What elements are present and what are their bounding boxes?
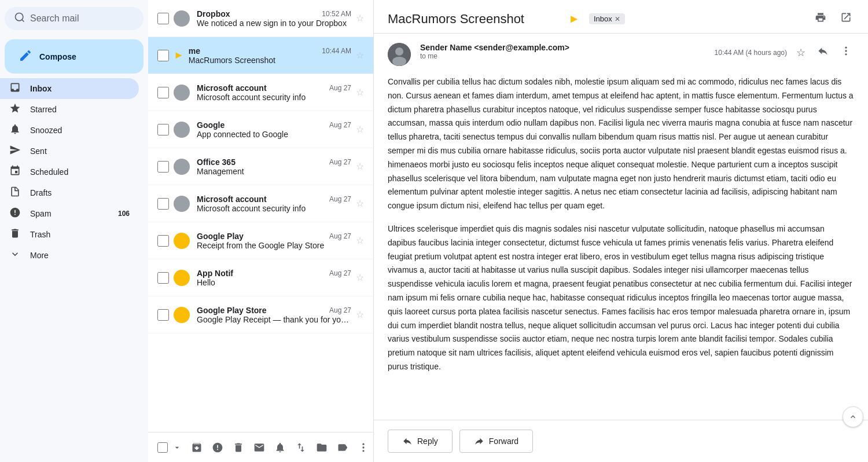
email-checkbox-ms1[interactable]: [157, 87, 169, 98]
list-toolbar: 1–100 of 21,565: [148, 432, 373, 462]
more-actions-btn[interactable]: [292, 438, 310, 457]
star-dropbox[interactable]: ☆: [356, 13, 364, 24]
compose-button[interactable]: Compose: [5, 39, 144, 74]
star-gp[interactable]: ☆: [356, 235, 364, 246]
svg-line-1: [22, 20, 24, 22]
label-btn[interactable]: [333, 438, 352, 457]
star-gp2[interactable]: ☆: [356, 309, 364, 320]
reading-pane-content[interactable]: Sender Name <sender@example.com> to me 1…: [374, 34, 868, 462]
email-content-g1: Google Aug 27 App connected to Google: [197, 120, 351, 139]
scroll-to-top-button[interactable]: [843, 406, 863, 427]
email-checkbox-ms2[interactable]: [157, 198, 169, 210]
email-item-macrumors[interactable]: ► me 10:44 AM MacRumors Screenshot ☆: [148, 37, 373, 74]
email-sender-app: App Notif: [197, 269, 233, 278]
sidebar-item-more[interactable]: More: [0, 245, 139, 266]
email-checkbox-app[interactable]: [157, 272, 169, 284]
sidebar-item-snoozed[interactable]: Snoozed: [0, 120, 139, 141]
select-all-checkbox[interactable]: [157, 442, 168, 453]
email-checkbox-office[interactable]: [157, 161, 169, 173]
sent-icon: [9, 144, 21, 159]
email-content-gp: Google Play Aug 27 Receipt from the Goog…: [197, 232, 351, 250]
open-in-new-btn[interactable]: [838, 9, 854, 28]
delete-btn[interactable]: [229, 438, 248, 457]
email-time-g1: Aug 27: [329, 121, 351, 129]
sidebar-item-sent[interactable]: Sent: [0, 141, 139, 162]
email-item-office[interactable]: Office 365 Aug 27 Management ☆: [148, 148, 373, 185]
print-btn[interactable]: [812, 9, 829, 28]
sidebar-item-trash[interactable]: Trash: [0, 224, 139, 245]
more-chevron-icon: [9, 248, 21, 263]
email-checkbox-gp[interactable]: [157, 235, 169, 247]
email-item-google-play2[interactable]: Google Play Store Aug 27 Google Play Rec…: [148, 296, 373, 333]
tag-arrow-reading: ►: [568, 12, 580, 25]
snooze-btn[interactable]: [271, 438, 289, 457]
email-item-dropbox[interactable]: Dropbox 10:52 AM We noticed a new sign i…: [148, 0, 373, 37]
inbox-badge: Inbox ✕: [589, 13, 625, 24]
select-dropdown-btn[interactable]: [169, 439, 185, 456]
email-item-google1[interactable]: Google Aug 27 App connected to Google ☆: [148, 111, 373, 148]
more-options-btn[interactable]: [354, 438, 373, 457]
email-sender-dropbox: Dropbox: [197, 9, 230, 19]
email-item-app[interactable]: App Notif Aug 27 Hello ☆: [148, 259, 373, 296]
star-ms1[interactable]: ☆: [356, 87, 364, 98]
sender-info: Sender Name <sender@example.com> to me: [420, 43, 705, 60]
email-time-macrumors: 10:44 AM: [322, 47, 351, 55]
star-macrumors[interactable]: ☆: [356, 50, 364, 61]
trash-icon: [9, 228, 21, 242]
svg-point-4: [362, 450, 364, 452]
email-subject-macrumors: MacRumors Screenshot: [189, 56, 351, 65]
email-list: Dropbox 10:52 AM We noticed a new sign i…: [148, 0, 374, 462]
star-app[interactable]: ☆: [356, 272, 364, 283]
spam-badge: 106: [118, 210, 130, 218]
star-ms2[interactable]: ☆: [356, 198, 364, 209]
sidebar-item-scheduled[interactable]: Scheduled: [0, 162, 139, 182]
star-office[interactable]: ☆: [356, 161, 364, 172]
archive-btn[interactable]: [187, 438, 206, 457]
reading-header-actions: [812, 9, 854, 28]
email-time-office: Aug 27: [329, 158, 351, 166]
email-item-microsoft2[interactable]: Microsoft account Aug 27 Microsoft accou…: [148, 185, 373, 222]
email-item-microsoft1[interactable]: Microsoft account Aug 27 Microsoft accou…: [148, 74, 373, 111]
svg-point-9: [845, 50, 847, 52]
reply-message-icon[interactable]: [815, 43, 831, 62]
search-bar[interactable]: Search mail: [5, 7, 144, 30]
scheduled-icon: [9, 165, 21, 179]
drafts-label: Drafts: [30, 188, 130, 197]
move-to-btn[interactable]: [312, 438, 331, 457]
email-content-office: Office 365 Aug 27 Management: [197, 157, 351, 176]
inbox-badge-close[interactable]: ✕: [615, 15, 620, 23]
email-content-ms2: Microsoft account Aug 27 Microsoft accou…: [197, 195, 351, 213]
reply-button[interactable]: Reply: [388, 430, 453, 453]
star-icon: [9, 102, 21, 117]
email-subject-dropbox: We noticed a new sign in to your Dropbox: [197, 19, 351, 28]
email-item-google-pay[interactable]: Google Play Aug 27 Receipt from the Goog…: [148, 222, 373, 259]
more-message-icon[interactable]: [838, 43, 854, 62]
sidebar-item-starred[interactable]: Starred: [0, 99, 139, 120]
email-subject-gp2: Google Play Receipt — thank you for your…: [197, 315, 351, 324]
sender-avatar: [388, 43, 411, 66]
star-g1[interactable]: ☆: [356, 124, 364, 135]
sidebar-item-inbox[interactable]: Inbox: [0, 78, 139, 99]
sidebar-item-spam[interactable]: Spam 106: [0, 203, 139, 224]
star-message-icon[interactable]: ☆: [794, 44, 808, 61]
mark-read-btn[interactable]: [250, 438, 269, 457]
drafts-icon: [9, 186, 21, 200]
email-checkbox-gp2[interactable]: [157, 309, 169, 321]
report-btn[interactable]: [208, 438, 227, 457]
avatar-g1: [174, 122, 190, 138]
email-sender-gp: Google Play: [197, 232, 244, 241]
email-list-scroll[interactable]: Dropbox 10:52 AM We noticed a new sign i…: [148, 0, 373, 432]
inbox-label: Inbox: [30, 84, 130, 93]
inbox-badge-label: Inbox: [594, 14, 612, 23]
forward-button[interactable]: Forward: [459, 430, 533, 453]
email-checkbox-dropbox[interactable]: [157, 13, 169, 24]
avatar-app: [174, 270, 190, 286]
snoozed-label: Snoozed: [30, 126, 130, 135]
email-checkbox-g1[interactable]: [157, 124, 169, 135]
sidebar-item-drafts[interactable]: Drafts: [0, 182, 139, 203]
spam-icon: [9, 207, 21, 221]
message-time: 10:44 AM (4 hours ago): [715, 49, 787, 57]
email-checkbox-macrumors[interactable]: [157, 50, 169, 61]
message-meta: 10:44 AM (4 hours ago) ☆: [715, 43, 854, 62]
tag-arrow-macrumors: ►: [174, 49, 184, 61]
